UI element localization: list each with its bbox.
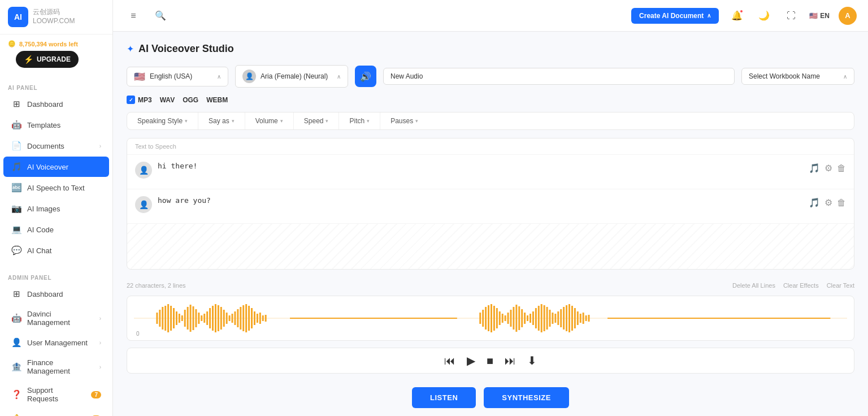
stop-button[interactable]: ■ — [487, 354, 493, 367]
create-ai-document-button[interactable]: Create AI Document ∧ — [631, 8, 719, 24]
coins-icon: 🪙 — [8, 40, 16, 47]
admin-panel-label: ADMIN PANEL — [0, 270, 112, 283]
sidebar-item-davinci-management[interactable]: 🤖 Davinci Management › — [3, 305, 109, 332]
workbook-select[interactable]: Select Workbook Name ∧ — [741, 68, 854, 85]
download-button[interactable]: ⬇ — [527, 354, 537, 367]
hamburger-icon: ≡ — [131, 11, 136, 21]
sidebar-item-ai-chat[interactable]: 💬 AI Chat — [3, 240, 109, 261]
dark-mode-button[interactable]: 🌙 — [755, 7, 773, 25]
sidebar-item-finance-management[interactable]: 🏦 Finance Management › — [3, 353, 109, 380]
settings-icon[interactable]: ⚙ — [824, 163, 832, 174]
language-selector[interactable]: 🇺🇸 EN — [809, 12, 830, 20]
speed-control[interactable]: Speed ▾ — [294, 112, 340, 129]
rewind-button[interactable]: ⏮ — [444, 354, 455, 367]
delete-icon[interactable]: 🗑 — [837, 198, 846, 208]
chevron-up-icon: ∧ — [707, 12, 711, 19]
sidebar-item-ai-voiceover[interactable]: 🎵 AI Voiceover — [3, 157, 109, 177]
sidebar: AI 云创源码 LOOWP.COM 🪙 8,750,394 words left… — [0, 0, 113, 416]
sidebar-item-label: AI Code — [27, 226, 101, 234]
menu-toggle-button[interactable]: ≡ — [124, 7, 142, 25]
davinci-icon: 🤖 — [11, 313, 21, 323]
voice-select[interactable]: 👤 Aria (Female) (Neural) ∧ — [235, 65, 348, 88]
music-note-icon[interactable]: 🎵 — [809, 197, 820, 208]
logo-text: 云创源码 LOOWP.COM — [33, 8, 75, 25]
sidebar-item-label: Finance Management — [27, 358, 94, 375]
content-area: ✦ AI Voiceover Studio 🇺🇸 English (USA) ∧… — [113, 32, 868, 416]
waveform-container: 0 — [127, 296, 854, 341]
dashboard-icon: ⊞ — [11, 99, 21, 109]
chevron-down-icon: ▾ — [326, 118, 328, 124]
mp3-checkbox[interactable]: ✓ — [127, 96, 135, 104]
text-line-2-input[interactable]: how are you? — [158, 195, 803, 218]
delete-all-lines-link[interactable]: Delete All Lines — [732, 282, 775, 289]
pauses-control[interactable]: Pauses ▾ — [380, 112, 428, 129]
speed-label: Speed — [304, 117, 324, 125]
say-as-control[interactable]: Say as ▾ — [198, 112, 245, 129]
sidebar-item-templates[interactable]: 🤖 Templates — [3, 115, 109, 135]
sidebar-item-label: AI Speech to Text — [27, 184, 101, 192]
sidebar-item-user-management[interactable]: 👤 User Management › — [3, 332, 109, 353]
text-line-1-input[interactable]: hi there! — [158, 161, 803, 183]
play-button[interactable]: ▶ — [467, 354, 475, 367]
sidebar-item-ai-speech[interactable]: 🔤 AI Speech to Text — [3, 177, 109, 198]
text-area-extra[interactable] — [127, 224, 854, 269]
line1-avatar: 👤 — [135, 162, 152, 179]
footer-actions: Delete All Lines Clear Effects Clear Tex… — [732, 282, 854, 289]
clear-text-link[interactable]: Clear Text — [827, 282, 854, 289]
admin-dashboard-icon: ⊞ — [11, 289, 21, 299]
main-panel: ≡ 🔍 Create AI Document ∧ 🔔 🌙 ⛶ 🇺🇸 EN A ✦ — [113, 0, 868, 416]
play-icon: ▶ — [467, 354, 475, 367]
chevron-right-icon: › — [99, 315, 101, 322]
documents-icon: 📄 — [11, 141, 21, 151]
moon-icon: 🌙 — [758, 10, 770, 21]
delete-icon[interactable]: 🗑 — [837, 163, 846, 174]
language-select[interactable]: 🇺🇸 English (USA) ∧ — [127, 67, 228, 86]
user-avatar[interactable]: A — [839, 7, 857, 25]
stop-icon: ■ — [487, 354, 493, 367]
logo-text-line1: 云创源码 — [33, 8, 75, 17]
us-flag-icon: 🇺🇸 — [134, 71, 145, 82]
format-row: ✓ MP3 WAV OGG WEBM — [127, 96, 854, 104]
fast-forward-button[interactable]: ⏭ — [505, 354, 516, 367]
speaker-icon: 🔊 — [360, 71, 371, 82]
volume-control[interactable]: Volume ▾ — [245, 112, 294, 129]
audio-name-input[interactable] — [383, 68, 735, 85]
support-badge: 7 — [91, 391, 101, 398]
sidebar-item-documents[interactable]: 📄 Documents › — [3, 136, 109, 156]
upgrade-button[interactable]: ⚡ UPGRADE — [16, 51, 79, 68]
sidebar-item-ai-images[interactable]: 📷 AI Images — [3, 198, 109, 219]
text-area-container: Text to Speech 👤 hi there! 🎵 ⚙ 🗑 👤 how a… — [127, 138, 854, 270]
waveform-svg — [134, 301, 847, 335]
chevron-right-icon: › — [99, 143, 101, 149]
music-note-icon[interactable]: 🎵 — [809, 163, 820, 174]
listen-button[interactable]: LISTEN — [412, 387, 476, 408]
sidebar-item-label: Davinci Management — [27, 310, 94, 327]
format-wav[interactable]: WAV — [160, 96, 175, 104]
speaker-preview-button[interactable]: 🔊 — [355, 66, 376, 87]
chevron-down-icon: ∧ — [217, 73, 221, 80]
search-button[interactable]: 🔍 — [151, 7, 170, 25]
sidebar-item-notifications[interactable]: 🔔 Notifications 2 — [3, 409, 109, 416]
speaking-style-label: Speaking Style — [137, 117, 183, 125]
format-webm[interactable]: WEBM — [206, 96, 228, 104]
clear-effects-link[interactable]: Clear Effects — [783, 282, 819, 289]
fullscreen-button[interactable]: ⛶ — [782, 7, 800, 25]
support-icon: ❓ — [11, 389, 21, 400]
settings-icon[interactable]: ⚙ — [824, 197, 832, 208]
sidebar-item-dashboard[interactable]: ⊞ Dashboard — [3, 94, 109, 114]
format-mp3[interactable]: ✓ MP3 — [127, 96, 152, 104]
ai-nav-items: ⊞ Dashboard 🤖 Templates 📄 Documents › 🎵 … — [0, 93, 112, 261]
sidebar-item-ai-code[interactable]: 💻 AI Code — [3, 219, 109, 240]
download-icon: ⬇ — [527, 354, 537, 367]
sidebar-item-support-requests[interactable]: ❓ Support Requests 7 — [3, 381, 109, 408]
speaking-style-control[interactable]: Speaking Style ▾ — [127, 112, 198, 129]
format-ogg[interactable]: OGG — [183, 96, 198, 104]
notifications-icon: 🔔 — [11, 414, 21, 416]
pitch-label: Pitch — [349, 117, 364, 125]
sidebar-item-admin-dashboard[interactable]: ⊞ Dashboard — [3, 284, 109, 304]
sidebar-item-label: User Management — [27, 339, 94, 347]
pitch-control[interactable]: Pitch ▾ — [339, 112, 380, 129]
images-icon: 📷 — [11, 203, 21, 214]
synthesize-button[interactable]: SYNTHESIZE — [484, 387, 569, 408]
notification-bell-button[interactable]: 🔔 — [728, 7, 746, 25]
